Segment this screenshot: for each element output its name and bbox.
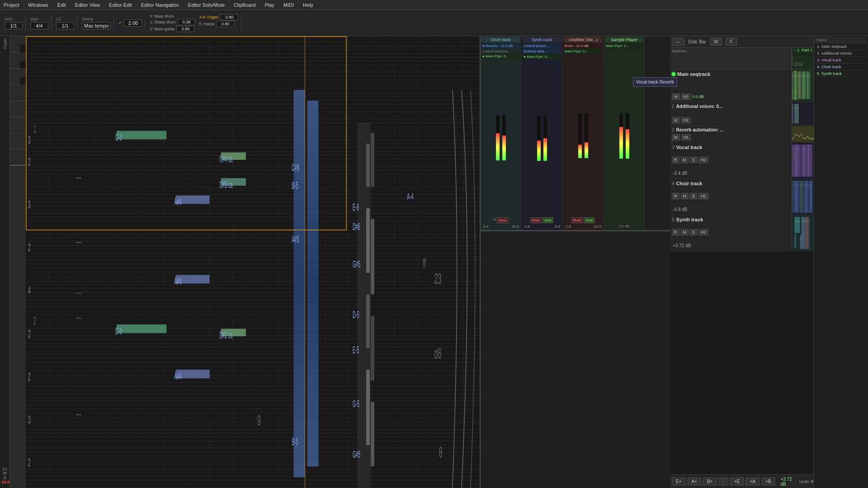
main-track-led: [672, 72, 675, 76]
synth-fx-multitap[interactable]: Multitap dela...: [523, 49, 561, 54]
menu-project[interactable]: Project: [2, 1, 21, 9]
synth-track-content[interactable]: Wired.wav 1: Part 1 Wired.wav Wired.wav …: [792, 215, 814, 251]
addvoice-m-btn[interactable]: M: [672, 117, 680, 123]
right-track-additional[interactable]: 2. Additional voices: [815, 50, 867, 57]
amp-solo-btn[interactable]: Solo: [584, 217, 594, 223]
synth-solo-btn[interactable]: Solo: [542, 217, 553, 223]
choir-track-content[interactable]: Choir.wav ≈ 30.14s Stretch: 0.97 Choir.w…: [792, 179, 814, 215]
addvoice-h1-btn[interactable]: H1: [681, 117, 691, 123]
choir-fx-mainpipe[interactable]: ● Main Pipe: 0...: [481, 54, 520, 59]
tempo-value[interactable]: 2.00: [124, 19, 142, 27]
sample-channel-name: Sample Player: [605, 37, 643, 42]
track5-val[interactable]: 0.80: [216, 21, 234, 27]
menu-edit[interactable]: Edit: [56, 1, 68, 9]
b-plus-btn[interactable]: B+: [703, 478, 717, 485]
sign-value[interactable]: 4/4: [30, 22, 48, 29]
redo-label[interactable]: Redo: [811, 479, 814, 484]
part1-marker: ←1: Part 1: [793, 48, 812, 52]
grid-value[interactable]: 1/1: [5, 22, 23, 29]
svg-rect-27: [371, 133, 374, 187]
plus-b-btn[interactable]: +B: [761, 478, 775, 485]
vocal-track-content[interactable]: voc1.wav voc1.wav Fade in: 2341.02ms in …: [792, 143, 814, 178]
reverb-m-btn[interactable]: M: [672, 134, 680, 141]
svg-text:D#5 ca: D#5 ca: [220, 179, 233, 189]
amp-fx-echo[interactable]: Echo: -12.0 dB: [564, 43, 602, 48]
ruler-numbers: ←1: Part 1 →2: Part 2 ←1: Last part →4: …: [792, 48, 814, 69]
synth-m-btn[interactable]: M: [681, 229, 689, 235]
additional-voices-controls: M H1: [672, 117, 790, 123]
menu-editor-view[interactable]: Editor View: [73, 1, 102, 9]
menu-editor-edit[interactable]: Editor Edit: [107, 1, 134, 9]
vocal-h2-btn[interactable]: H2: [698, 157, 708, 163]
svg-rect-25: [366, 294, 370, 348]
reverb-automation-content[interactable]: [792, 126, 814, 142]
seq-w-btn[interactable]: W: [710, 38, 722, 46]
choir-mute-label: M: [493, 217, 496, 223]
synth-r-btn[interactable]: R: [672, 229, 679, 235]
svg-text:Choir.wav: Choir.wav: [810, 183, 810, 187]
track34-val[interactable]: 0.80: [220, 14, 238, 20]
piano-keys[interactable]: [10, 36, 26, 488]
synth-fx-4band[interactable]: 4-band param...: [523, 43, 561, 48]
main-track-m-btn[interactable]: M: [672, 94, 680, 100]
menu-editor-solo[interactable]: Editor Solo/Mute: [186, 1, 226, 9]
vocal-reverb-title: Vocal track Reverb: [636, 80, 674, 84]
toolbar-lz-group: LZ 1/1: [53, 16, 77, 30]
reverb-h1-btn[interactable]: H1: [681, 134, 691, 141]
menu-play[interactable]: Play: [263, 1, 276, 9]
vocal-m-btn[interactable]: M: [681, 157, 689, 163]
choir-mute-btn[interactable]: Mute: [497, 217, 509, 223]
menu-editor-nav[interactable]: Editor Navigation: [139, 1, 181, 9]
main-track-h2-btn[interactable]: H2: [681, 94, 691, 100]
choir-fx-4band[interactable]: 4-band paramet...: [481, 49, 520, 54]
svg-text:Wired.wav: Wired.wav: [797, 219, 798, 223]
amp-fx-mainpipe[interactable]: Main Pipe: 0...: [564, 49, 602, 54]
main-seqtrack-content[interactable]: 4: versv2 2: Vers 1: Chorus 5: versv2 2:…: [792, 70, 814, 102]
e-plus-btn[interactable]: E+: [672, 478, 686, 485]
plus-a-btn[interactable]: +A: [745, 478, 760, 485]
seq-f-btn[interactable]: F: [726, 38, 736, 46]
choir-r-btn[interactable]: R: [672, 193, 679, 199]
amp-mute-btn[interactable]: Mute: [571, 217, 583, 223]
undo-label[interactable]: Undo: [799, 479, 809, 484]
a-plus-btn[interactable]: A+: [688, 478, 702, 485]
sample-fx-mainpipe[interactable]: Main Pipe: 0...: [605, 43, 643, 48]
main-seqtrack-row: Main seqtrack M H2 0.0 dB 4: versv2: [670, 70, 814, 102]
right-track-main[interactable]: 1. Main seqtrack: [815, 43, 867, 50]
menu-clipboard[interactable]: ClipBoard: [232, 1, 257, 9]
track1-val[interactable]: 0.38: [177, 19, 195, 25]
choir-m-btn[interactable]: M: [681, 193, 689, 199]
track2-val[interactable]: 0.80: [176, 26, 194, 32]
choir-fx-reverb[interactable]: ● Reverb: -11.0 dB: [481, 43, 520, 48]
menu-midi[interactable]: MIDI: [282, 1, 296, 9]
plus-e-btn[interactable]: +E: [730, 478, 744, 485]
synth-fx-mainpipe[interactable]: ● Main Pipe: 0...: [523, 54, 561, 59]
lz-value[interactable]: 1/1: [56, 22, 74, 29]
piano-roll[interactable]: C-3 A#4 C#4 ca D#5 ca D#2 ca C-3 A#4 A#4…: [10, 36, 480, 488]
right-track-choir[interactable]: 4. Choir track: [815, 64, 867, 70]
menu-help[interactable]: Help: [301, 1, 315, 9]
svg-text:C-3: C-3: [115, 131, 122, 142]
seq-minimize-btn[interactable]: —: [672, 38, 684, 46]
right-track-synth[interactable]: 5. Synth track: [815, 70, 867, 77]
vocal-r-btn[interactable]: R: [672, 157, 679, 163]
svg-rect-209: [795, 234, 796, 248]
sign-label: Sign.: [30, 17, 40, 21]
svg-text:B-5: B-5: [292, 180, 298, 191]
svg-text:Stretch: 0.75: Stretch: 0.75: [800, 189, 801, 192]
menu-windows[interactable]: Windows: [26, 1, 50, 9]
amp-vu-r: [585, 113, 588, 158]
minus-btn[interactable]: -: [719, 478, 728, 485]
svg-text:2: Vers: 2: Vers: [806, 74, 807, 77]
synth-mute-btn[interactable]: Mute: [530, 217, 542, 223]
tracks-container[interactable]: Main seqtrack M H2 0.0 dB 4: versv2: [670, 70, 814, 474]
additional-voices-content[interactable]: 4: versv2 1: Chorus 4: versv2 1: Chorus: [792, 102, 814, 125]
choir-vu-r: [502, 115, 506, 160]
choir-s-btn[interactable]: S: [690, 193, 697, 199]
choir-h2-btn[interactable]: H2: [698, 193, 708, 199]
vocal-s-btn[interactable]: S: [690, 157, 697, 163]
swing-value[interactable]: Max tempo: [82, 22, 111, 29]
right-track-vocal[interactable]: 3. Vocal track: [815, 57, 867, 64]
synth-s-btn[interactable]: S: [690, 229, 697, 235]
synth-h2-btn[interactable]: H2: [698, 229, 708, 235]
